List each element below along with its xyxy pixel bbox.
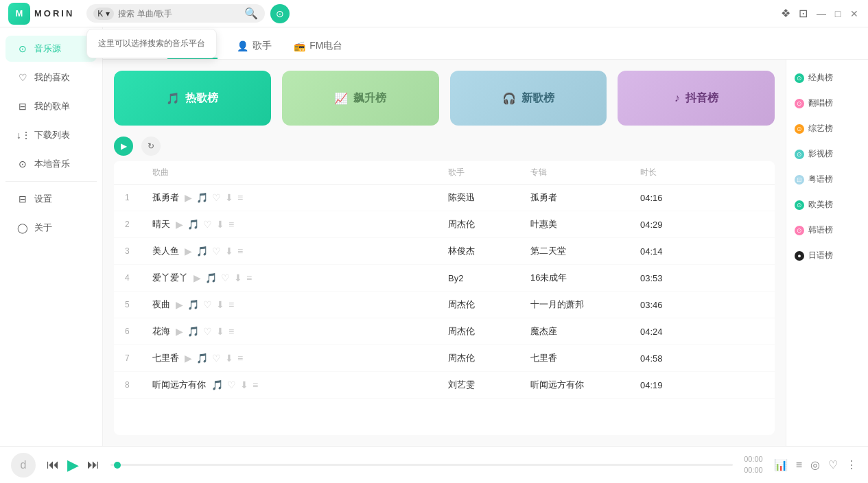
waveform-icon[interactable]: 🎵 xyxy=(211,379,223,390)
menu-icon[interactable]: ⋮ xyxy=(846,458,857,471)
play-icon[interactable]: ▶ xyxy=(185,353,192,364)
more-icon[interactable]: ≡ xyxy=(228,326,234,337)
heart-icon[interactable]: ♡ xyxy=(203,299,212,310)
sidebar-item-my-playlist[interactable]: ⊟ 我的歌单 xyxy=(5,93,97,119)
next-button[interactable]: ⏭ xyxy=(87,458,99,472)
heart-icon[interactable]: ♡ xyxy=(221,272,230,283)
more-icon[interactable]: ≡ xyxy=(237,192,243,203)
table-row[interactable]: 3 美人鱼 ▶ 🎵 ♡ ⬇ ≡ 林俊杰 第二天堂 04:14 xyxy=(114,238,775,265)
row-number: 3 xyxy=(125,246,152,256)
chart-cards: 🎵 热歌榜 📈 飙升榜 🎧 新歌榜 ♪ 抖音榜 xyxy=(114,71,775,126)
player-controls: ⏮ ▶ ⏭ xyxy=(47,456,99,474)
sidebar-item-settings[interactable]: ⊟ 设置 xyxy=(5,186,97,212)
right-chart-japanese[interactable]: ● 日语榜 xyxy=(786,243,868,268)
table-row[interactable]: 1 孤勇者 ▶ 🎵 ♡ ⬇ ≡ 陈奕迅 孤勇者 04:16 xyxy=(114,185,775,211)
refresh-button[interactable]: ↻ xyxy=(141,137,161,156)
tab-fm[interactable]: 📻 FM电台 xyxy=(291,34,345,59)
table-row[interactable]: 8 听闻远方有你 🎵 ♡ ⬇ ≡ 刘艺雯 听闻远方有你 04:19 xyxy=(114,372,775,399)
card-hot[interactable]: 🎵 热歌榜 xyxy=(114,71,271,126)
douyin-card-icon: ♪ xyxy=(675,92,680,104)
table-row[interactable]: 6 花海 ▶ 🎵 ♡ ⬇ ≡ 周杰伦 魔杰座 04:24 xyxy=(114,318,775,345)
download-icon[interactable]: ⬇ xyxy=(225,246,233,257)
play-all-button[interactable]: ▶ xyxy=(114,137,133,156)
download-icon[interactable]: ⬇ xyxy=(216,299,224,310)
equalizer-icon[interactable]: 📊 xyxy=(774,458,788,471)
folder-icon[interactable]: ⊡ xyxy=(799,7,808,20)
search-input[interactable] xyxy=(118,9,240,19)
download-icon[interactable]: ⬇ xyxy=(216,219,224,230)
minimize-button[interactable]: — xyxy=(816,8,827,19)
search-icon[interactable]: 🔍 xyxy=(244,7,258,20)
waveform-icon[interactable]: 🎵 xyxy=(187,299,199,310)
play-icon[interactable]: ▶ xyxy=(176,326,183,337)
card-rising[interactable]: 📈 飙升榜 xyxy=(282,71,439,126)
lyrics-icon[interactable]: ◎ xyxy=(810,458,820,471)
waveform-icon[interactable]: 🎵 xyxy=(196,353,208,364)
player-progress-bar[interactable] xyxy=(110,464,733,466)
card-douyin[interactable]: ♪ 抖音榜 xyxy=(618,71,775,126)
sidebar-item-about[interactable]: ◯ 关于 xyxy=(5,215,97,241)
waveform-icon[interactable]: 🎵 xyxy=(187,219,199,230)
duration: 04:14 xyxy=(640,246,709,257)
table-row[interactable]: 2 晴天 ▶ 🎵 ♡ ⬇ ≡ 周杰伦 叶惠美 04:29 xyxy=(114,211,775,238)
more-icon[interactable]: ≡ xyxy=(237,353,243,364)
more-icon[interactable]: ≡ xyxy=(237,246,243,257)
right-chart-classic[interactable]: ⊙ 经典榜 xyxy=(786,65,868,91)
sidebar-item-music-source[interactable]: ⊙ 音乐源 xyxy=(5,36,97,62)
play-icon[interactable]: ▶ xyxy=(185,246,192,257)
close-button[interactable]: ✕ xyxy=(849,8,860,19)
table-row[interactable]: 5 夜曲 ▶ 🎵 ♡ ⬇ ≡ 周杰伦 十一月的萧邦 03:46 xyxy=(114,292,775,318)
right-chart-western[interactable]: ⊙ 欧美榜 xyxy=(786,192,868,217)
play-icon[interactable]: ▶ xyxy=(185,192,192,203)
sidebar-item-my-favorites[interactable]: ♡ 我的喜欢 xyxy=(5,64,97,91)
playlist-icon-btn[interactable]: ≡ xyxy=(796,459,802,471)
more-icon[interactable]: ≡ xyxy=(253,379,258,390)
play-pause-button[interactable]: ▶ xyxy=(67,456,79,474)
play-icon[interactable]: ▶ xyxy=(176,219,183,230)
download-icon[interactable]: ⬇ xyxy=(225,192,233,203)
song-actions: ▶ 🎵 ♡ ⬇ ≡ xyxy=(185,353,243,364)
search-prefix[interactable]: K ▾ xyxy=(93,8,114,20)
sidebar-item-local-music[interactable]: ⊙ 本地音乐 xyxy=(5,151,97,177)
favorite-icon[interactable]: ♡ xyxy=(828,458,838,471)
download-icon[interactable]: ⬇ xyxy=(225,353,233,364)
new-card-icon: 🎧 xyxy=(502,92,516,105)
circle-button[interactable]: ⊙ xyxy=(270,4,290,23)
download-icon[interactable]: ⬇ xyxy=(216,326,224,337)
right-chart-cantonese[interactable]: ⊟ 粤语榜 xyxy=(786,167,868,192)
more-icon[interactable]: ≡ xyxy=(228,219,234,230)
song-title: 夜曲 xyxy=(152,298,170,311)
waveform-icon[interactable]: 🎵 xyxy=(196,246,208,257)
waveform-icon[interactable]: 🎵 xyxy=(205,272,217,283)
table-row[interactable]: 4 爱丫爱丫 ▶ 🎵 ♡ ⬇ ≡ By2 16未成年 03:53 xyxy=(114,265,775,292)
heart-icon[interactable]: ♡ xyxy=(212,353,221,364)
tab-artists[interactable]: 👤 歌手 xyxy=(234,34,274,59)
maximize-button[interactable]: □ xyxy=(832,8,843,19)
more-icon[interactable]: ≡ xyxy=(246,272,252,283)
download-icon[interactable]: ⬇ xyxy=(234,272,242,283)
waveform-icon[interactable]: 🎵 xyxy=(196,192,208,203)
chart-section: 🎵 热歌榜 📈 飙升榜 🎧 新歌榜 ♪ 抖音榜 xyxy=(103,60,868,446)
right-chart-korean[interactable]: ⊙ 韩语榜 xyxy=(786,217,868,243)
sidebar-item-download-list[interactable]: ↓⋮ 下载列表 xyxy=(5,122,97,148)
heart-icon[interactable]: ♡ xyxy=(212,246,221,257)
western-dot: ⊙ xyxy=(795,200,804,210)
waveform-icon[interactable]: 🎵 xyxy=(187,326,199,337)
heart-icon[interactable]: ♡ xyxy=(227,379,236,390)
heart-icon[interactable]: ♡ xyxy=(212,192,221,203)
heart-icon[interactable]: ♡ xyxy=(203,219,212,230)
grid-icon[interactable]: ❖ xyxy=(781,7,790,20)
heart-icon[interactable]: ♡ xyxy=(203,326,212,337)
play-icon[interactable]: ▶ xyxy=(193,272,201,283)
right-chart-variety[interactable]: ⊙ 综艺榜 xyxy=(786,116,868,141)
prev-button[interactable]: ⏮ xyxy=(47,458,59,472)
col-duration: 时长 xyxy=(640,167,709,178)
card-new[interactable]: 🎧 新歌榜 xyxy=(450,71,607,126)
table-row[interactable]: 7 七里香 ▶ 🎵 ♡ ⬇ ≡ 周杰伦 七里香 04:58 xyxy=(114,345,775,372)
right-chart-cover[interactable]: ⊙ 翻唱榜 xyxy=(786,91,868,116)
logo: M MORIN xyxy=(8,3,74,25)
right-chart-film[interactable]: ⊙ 影视榜 xyxy=(786,141,868,167)
more-icon[interactable]: ≡ xyxy=(228,299,234,310)
play-icon[interactable]: ▶ xyxy=(176,299,183,310)
download-icon[interactable]: ⬇ xyxy=(240,379,248,390)
